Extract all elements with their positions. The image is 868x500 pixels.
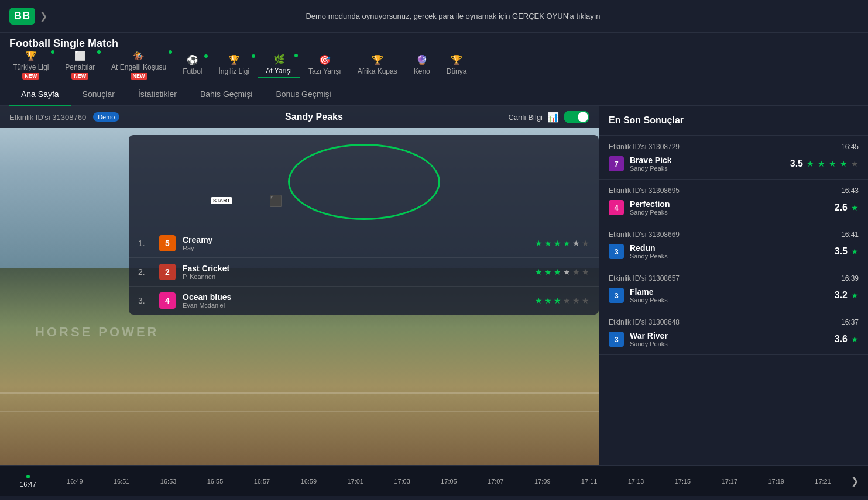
result-star-1c: ★	[829, 159, 836, 168]
nav-tab-tazi-yarisi[interactable]: 🎯 Tazı Yarışı	[300, 52, 349, 78]
sub-tab-ana-sayfa[interactable]: Ana Sayfa	[9, 84, 71, 106]
nav-tab-turkiye-ligi[interactable]: 🏆 Türkiye Ligi NEW	[5, 50, 57, 80]
timeline-time-0: 16:47	[20, 481, 36, 488]
result-name-3: Redun	[630, 243, 829, 253]
right-panel: En Son Sonuçlar Etkinlik ID'si 31308729 …	[599, 106, 868, 465]
nav-tab-futbol[interactable]: ⚽ Futbol	[174, 52, 210, 78]
result-event-id-5: Etkinlik ID'si 31308648 16:37	[609, 318, 859, 326]
nav-tab-at-engelli[interactable]: 🏇 At Engelli Koşusu NEW	[103, 50, 174, 80]
horse-num-1: 5	[159, 235, 176, 251]
timeline-time-13: 17:13	[628, 478, 644, 485]
event-bar: Etkinlik ID'si 31308760 Demo Sandy Peaks…	[0, 106, 599, 128]
nav-tab-keno[interactable]: 🔮 Keno	[406, 52, 438, 78]
horse-list: 1. 5 Creamy Ray ★ ★ ★ ★ ★ ★	[129, 229, 599, 315]
horse-pos-1: 1.	[138, 239, 152, 248]
timeline-item-14[interactable]: 17:15	[659, 478, 706, 485]
timeline-item-11[interactable]: 17:09	[519, 478, 566, 485]
timeline-next-arrow[interactable]: ❯	[846, 475, 863, 487]
timeline-item-7[interactable]: 17:01	[332, 478, 379, 485]
timeline-time-6: 16:59	[301, 478, 317, 485]
result-block-3: Etkinlik ID'si 31308669 16:41 3 Redun Sa…	[599, 223, 868, 267]
result-event-id-1: Etkinlik ID'si 31308729 16:45	[609, 143, 859, 151]
timeline-item-0[interactable]: 16:47	[5, 475, 52, 488]
event-name: Sandy Peaks	[126, 112, 501, 122]
race-overlay: START ⬛ 1. 5 Creamy Ray ★ ★ ★	[129, 135, 599, 315]
timeline-item-9[interactable]: 17:05	[426, 478, 472, 485]
horse-jockey-2: P. Keannen	[183, 273, 528, 280]
chevron-icon[interactable]: ❯	[40, 11, 47, 22]
timeline-item-10[interactable]: 17:07	[472, 478, 519, 485]
result-score-2: 2.6	[835, 202, 848, 213]
sub-tab-istatistikler[interactable]: İstatistikler	[126, 84, 188, 106]
horse-row-2: 2. 2 Fast Cricket P. Keannen ★ ★ ★ ★ ★ ★	[129, 257, 599, 286]
nav-tab-ingiliz-ligi[interactable]: 🏆 İngiliz Ligi	[210, 52, 258, 78]
horse-pos-3: 3.	[138, 296, 152, 305]
timeline-item-5[interactable]: 16:57	[238, 478, 285, 485]
result-info-1: Brave Pick Sandy Peaks	[630, 156, 784, 172]
horse-name-3: Ocean blues	[183, 292, 528, 302]
logo[interactable]: BB	[9, 8, 35, 25]
timeline-dot-0	[26, 475, 30, 478]
timeline-item-4[interactable]: 16:55	[192, 478, 239, 485]
timeline-item-8[interactable]: 17:03	[379, 478, 426, 485]
result-info-4: Flame Sandy Peaks	[630, 287, 829, 304]
futbol-label: Futbol	[183, 67, 202, 75]
result-block-1: Etkinlik ID'si 31308729 16:45 7 Brave Pi…	[599, 136, 868, 180]
result-star-1a: ★	[807, 159, 814, 168]
horse-num-2: 2	[159, 264, 176, 280]
horse-stars-3: ★ ★ ★ ★ ★ ★	[535, 296, 589, 305]
nav-tab-at-yarisi[interactable]: 🌿 At Yarışı	[258, 51, 300, 78]
horse-jockey-3: Evan Mcdaniel	[183, 302, 528, 309]
result-odds-5: 3.6 ★	[835, 334, 859, 344]
timeline: 16:47 16:49 16:51 16:53 16:55 16:57 16:5…	[0, 465, 868, 496]
timeline-item-1[interactable]: 16:49	[52, 478, 98, 485]
timeline-time-5: 16:57	[254, 478, 270, 485]
timeline-time-11: 17:09	[534, 478, 551, 485]
sub-tab-bahis-gecmisi[interactable]: Bahis Geçmişi	[188, 84, 264, 106]
result-score-1: 3.5	[790, 158, 803, 169]
result-info-3: Redun Sandy Peaks	[630, 243, 829, 260]
result-venue-2: Sandy Peaks	[630, 209, 829, 216]
timeline-item-12[interactable]: 17:11	[566, 478, 613, 485]
horse-num-3: 4	[159, 292, 176, 309]
dunya-label: Dünya	[447, 67, 467, 75]
result-time-4: 16:39	[841, 274, 859, 282]
right-panel-title: En Son Sonuçlar	[599, 106, 868, 136]
result-star-1e: ★	[851, 159, 859, 168]
result-num-5: 3	[609, 332, 624, 347]
live-info-label: Canlı Bilgi	[508, 113, 543, 122]
result-score-5: 3.6	[835, 334, 848, 344]
sub-tab-sonuclar[interactable]: Sonuçlar	[71, 84, 126, 106]
result-num-4: 3	[609, 288, 624, 303]
result-row-1: 7 Brave Pick Sandy Peaks 3.5 ★ ★ ★ ★ ★	[609, 156, 859, 172]
result-name-2: Perfection	[630, 199, 829, 209]
result-star-3a: ★	[851, 247, 859, 256]
track-oval	[288, 144, 440, 220]
nav-tab-penaltilar[interactable]: ⬜ Penaltılar NEW	[57, 50, 103, 80]
timeline-item-15[interactable]: 17:17	[706, 478, 753, 485]
timeline-item-6[interactable]: 16:59	[285, 478, 332, 485]
live-toggle[interactable]	[564, 111, 589, 123]
result-row-3: 3 Redun Sandy Peaks 3.5 ★	[609, 243, 859, 260]
penaltilar-badge: NEW	[71, 73, 88, 80]
timeline-item-13[interactable]: 17:13	[613, 478, 660, 485]
result-num-3: 3	[609, 244, 624, 259]
timeline-item-2[interactable]: 16:51	[98, 478, 145, 485]
result-num-1: 7	[609, 156, 624, 171]
timeline-item-16[interactable]: 17:19	[753, 478, 800, 485]
timeline-item-17[interactable]: 17:21	[800, 478, 846, 485]
timeline-time-7: 17:01	[347, 478, 363, 485]
at-yarisi-icon: 🌿	[273, 54, 285, 65]
horse-name-1: Creamy	[183, 235, 528, 244]
result-odds-2: 2.6 ★	[835, 202, 859, 213]
ingiliz-ligi-icon: 🏆	[228, 54, 240, 65]
nav-tab-afrika-kupas[interactable]: 🏆 Afrika Kupas	[349, 52, 406, 78]
result-event-id-text-1: Etkinlik ID'si 31308729	[609, 143, 680, 151]
timeline-item-3[interactable]: 16:53	[145, 478, 192, 485]
timeline-time-9: 17:05	[441, 478, 457, 485]
result-star-1b: ★	[818, 159, 825, 168]
sub-tab-bonus-gecmisi[interactable]: Bonus Geçmişi	[264, 84, 342, 106]
result-block-2: Etkinlik ID'si 31308695 16:43 4 Perfecti…	[599, 180, 868, 223]
nav-tab-dunya[interactable]: 🏆 Dünya	[438, 52, 475, 78]
result-star-4a: ★	[851, 291, 859, 300]
